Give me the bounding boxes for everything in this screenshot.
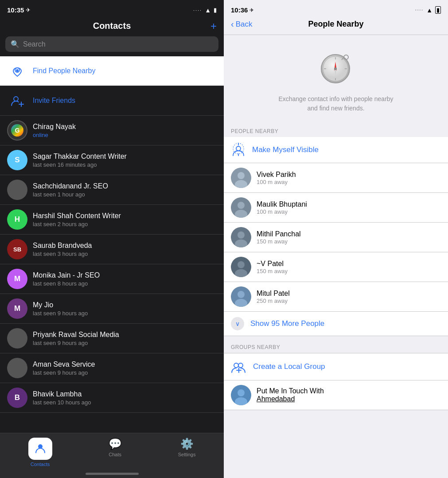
contact-status: last seen 9 hours ago [33, 340, 217, 346]
invite-friends-item[interactable]: Invite Friends [0, 86, 224, 116]
location-icon-right: ✈ [249, 7, 254, 13]
priyank-avatar [7, 328, 27, 349]
svg-point-25 [238, 202, 245, 209]
svg-point-34 [238, 291, 245, 298]
show-more-label: Show 95 More People [250, 319, 324, 328]
back-button[interactable]: ‹ Back [231, 19, 252, 29]
header-left: Contacts + [0, 17, 224, 36]
person-info: ~V Patel 150 m away [257, 260, 288, 274]
person-mithil[interactable]: Mithil Panchal 150 m away [224, 223, 448, 252]
people-nearby-header: PEOPLE NEARBY [224, 124, 448, 137]
contact-name: Sagar Thakkar Content Writer [33, 152, 217, 161]
nav-bar-right: ‹ Back People Nearby [224, 17, 448, 35]
create-local-group-item[interactable]: Create a Local Group [224, 353, 448, 380]
contact-bhavik[interactable]: B Bhavik Lambha last seen 10 hours ago [0, 383, 224, 413]
search-icon: 🔍 [11, 40, 19, 48]
contact-status: last seen 8 hours ago [33, 280, 217, 287]
contact-sacchi[interactable]: Sachchidanand Jr. SEO last seen 1 hour a… [0, 175, 224, 205]
person-name: Vivek Parikh [257, 171, 296, 179]
contact-name: Sachchidanand Jr. SEO [33, 182, 217, 191]
svg-point-1 [16, 69, 19, 72]
contact-status: last seen 2 hours ago [33, 221, 217, 227]
contact-priyank[interactable]: Priyank Raval Social Media last seen 9 h… [0, 324, 224, 353]
invite-friends-label: Invite Friends [33, 96, 75, 106]
contact-info: Monika Jain - Jr SEO last seen 8 hours a… [33, 271, 217, 287]
contact-status: last seen 9 hours ago [33, 369, 217, 376]
create-group-icon [231, 359, 247, 375]
contact-name: Harshil Shah Content Writer [33, 212, 217, 221]
add-contact-button[interactable]: + [210, 20, 217, 32]
contact-sagar[interactable]: S Sagar Thakkar Content Writer last seen… [0, 145, 224, 175]
contact-saurab[interactable]: SB Saurab Brandveda last seen 3 hours ag… [0, 235, 224, 264]
contact-monika[interactable]: M Monika Jain - Jr SEO last seen 8 hours… [0, 264, 224, 294]
search-bar[interactable]: 🔍 Search [5, 36, 218, 52]
status-bar-right: 10:36 ✈ ···· ▲ ▮ [224, 0, 448, 17]
show-more-chevron-icon: ∨ [231, 317, 244, 330]
contact-chirag[interactable]: G Chirag Nayak online [0, 116, 224, 145]
tab-settings[interactable]: ⚙️ Settings [178, 438, 196, 457]
svg-point-2 [14, 97, 18, 101]
tab-contacts[interactable]: Contacts [28, 438, 52, 467]
groups-nearby-header: GROUPS NEARBY [224, 340, 448, 353]
people-list: Make Myself Visible Vivek Parikh 100 m a… [224, 137, 448, 336]
tab-chats-label: Chats [109, 452, 121, 457]
contact-info: My Jio last seen 9 hours ago [33, 301, 217, 317]
contact-info: Harshil Shah Content Writer last seen 2 … [33, 212, 217, 228]
myjio-avatar: M [7, 298, 27, 319]
contact-status: online [33, 132, 217, 138]
svg-point-17 [236, 146, 241, 151]
svg-point-14 [334, 67, 337, 70]
contacts-list: Find People Nearby Invite Friends G Chir… [0, 56, 224, 433]
contact-info: Sachchidanand Jr. SEO last seen 1 hour a… [33, 182, 217, 198]
person-vpatel[interactable]: ~V Patel 150 m away [224, 252, 448, 282]
tab-settings-label: Settings [178, 452, 196, 457]
person-mitul[interactable]: Mitul Patel 250 m away [224, 282, 448, 312]
create-local-group-label: Create a Local Group [253, 362, 325, 371]
groups-section-bg: GROUPS NEARBY [224, 336, 448, 353]
chats-icon: 💬 [109, 438, 122, 450]
partial-underline: Ahmedabad [257, 395, 324, 403]
harshil-avatar: H [7, 209, 27, 230]
person-maulik[interactable]: Maulik Bhuptani 100 m away [224, 193, 448, 223]
groups-list: Create a Local Group Put Me In Touch Wit… [224, 353, 448, 410]
make-visible-item[interactable]: Make Myself Visible [224, 137, 448, 163]
contact-myjio[interactable]: M My Jio last seen 9 hours ago [0, 294, 224, 324]
svg-point-28 [238, 231, 245, 239]
signal-right: ···· [415, 8, 424, 12]
back-label: Back [236, 20, 253, 29]
person-vivek[interactable]: Vivek Parikh 100 m away [224, 163, 448, 193]
contact-status: last seen 1 hour ago [33, 191, 217, 198]
contact-info: Bhavik Lambha last seen 10 hours ago [33, 390, 217, 406]
signal-left: ···· [193, 8, 202, 13]
partial-person-item[interactable]: Put Me In Touch With Ahmedabad [224, 380, 448, 410]
back-chevron-icon: ‹ [231, 19, 234, 29]
battery-right: ▮ [435, 6, 441, 14]
chirag-avatar: G [7, 120, 27, 141]
tab-chats[interactable]: 💬 Chats [109, 438, 122, 457]
time-left: 10:35 [7, 6, 24, 14]
mitul-avatar [231, 286, 251, 307]
contact-name: Bhavik Lambha [33, 390, 217, 399]
contacts-title: Contacts [93, 21, 131, 31]
contact-name: Saurab Brandveda [33, 241, 217, 251]
find-people-nearby-item[interactable]: Find People Nearby [0, 56, 224, 86]
person-info: Mithil Panchal 150 m away [257, 230, 301, 245]
wifi-left: ▲ [205, 7, 211, 14]
person-info: Maulik Bhuptani 100 m away [257, 200, 307, 215]
contact-status: last seen 9 hours ago [33, 310, 217, 317]
show-more-item[interactable]: ∨ Show 95 More People [224, 312, 448, 336]
partial-avatar [231, 385, 251, 405]
svg-point-41 [238, 389, 245, 396]
person-name: Put Me In Touch With [257, 387, 324, 395]
contact-harshil[interactable]: H Harshil Shah Content Writer last seen … [0, 205, 224, 235]
person-name: Mithil Panchal [257, 230, 301, 238]
contact-name: Monika Jain - Jr SEO [33, 271, 217, 280]
contact-aman[interactable]: Aman Seva Service last seen 9 hours ago [0, 353, 224, 383]
person-distance: 250 m away [257, 298, 290, 304]
hero-section: Exchange contact info with people nearby… [224, 35, 448, 124]
contact-status: last seen 10 hours ago [33, 399, 217, 406]
hero-description: Exchange contact info with people nearby… [278, 94, 393, 113]
time-right: 10:36 [231, 6, 248, 14]
svg-point-31 [238, 261, 245, 268]
person-distance: 150 m away [257, 238, 301, 245]
